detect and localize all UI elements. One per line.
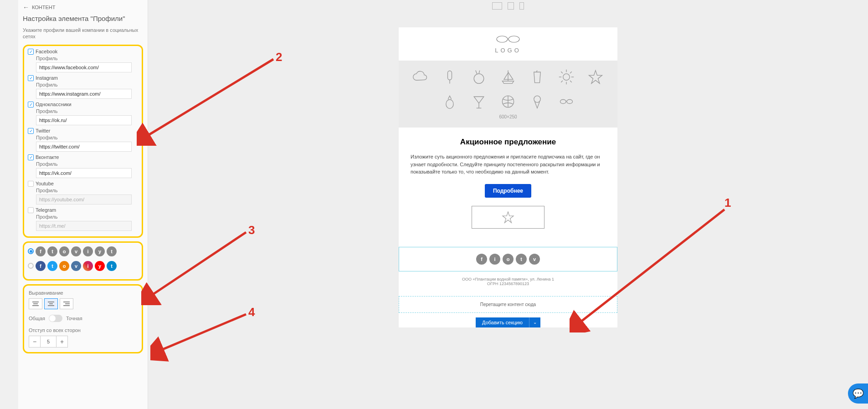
arrow-3-icon [141, 228, 255, 305]
hero-image-block[interactable]: 600×250 [399, 61, 617, 128]
alignment-box: Выравнивание Общая Точная Отступ со всех… [23, 284, 143, 353]
settings-desc: Укажите профили вашей компании в социаль… [23, 27, 143, 40]
device-desktop-icon[interactable] [492, 2, 502, 10]
url-input-facebook[interactable] [36, 62, 132, 72]
spacing-toggle[interactable] [49, 315, 62, 322]
profile-name: Instagram [36, 75, 58, 81]
star-icon [501, 210, 515, 224]
chat-support-icon[interactable]: 💬 [848, 383, 868, 404]
svg-rect-2 [448, 71, 452, 80]
profile-label: Профиль [36, 56, 138, 61]
ok-icon[interactable]: o [503, 254, 514, 265]
svg-line-10 [561, 72, 563, 73]
svg-point-14 [446, 100, 453, 109]
vk-icon[interactable]: v [529, 254, 540, 265]
tg-icon: t [107, 261, 117, 271]
svg-point-17 [560, 100, 566, 104]
checkbox-telegram[interactable] [28, 207, 34, 213]
glass-drink-icon [529, 69, 545, 85]
checkbox-facebook[interactable] [28, 49, 34, 55]
profile-vk: Вконтакте Профиль [28, 154, 138, 178]
arrow-4-icon [150, 310, 255, 364]
url-input-instagram[interactable] [36, 89, 132, 99]
svg-point-18 [567, 100, 573, 104]
yt-icon: y [95, 246, 105, 256]
spacing-minus-button[interactable]: − [29, 336, 41, 348]
profiles-annotation-box: Facebook Профиль Instagram Профиль Однок… [23, 45, 143, 238]
ig-icon: i [83, 246, 93, 256]
icecream-icon [529, 93, 545, 110]
align-right-button[interactable] [60, 298, 73, 309]
profile-name: Одноклассники [36, 102, 72, 107]
profile-name: Facebook [36, 49, 57, 54]
spacing-toggle-row: Общая Точная [29, 315, 137, 322]
beachball-icon [500, 93, 516, 110]
email-body: Изложите суть акционного предложения и п… [411, 153, 606, 176]
ig-icon[interactable]: i [489, 254, 500, 265]
svg-point-0 [497, 36, 508, 42]
cta-button[interactable]: Подробнее [485, 184, 531, 198]
toggle-left-label: Общая [29, 316, 45, 321]
url-input-vk[interactable] [36, 168, 132, 178]
hero-dimensions: 600×250 [407, 114, 609, 119]
svg-point-4 [474, 74, 484, 84]
align-center-button[interactable] [44, 298, 58, 309]
spacing-label: Отступ со всех сторон [29, 327, 137, 333]
cloud-icon [412, 69, 429, 85]
checkbox-youtube[interactable] [28, 181, 34, 187]
starfish-icon [587, 69, 604, 85]
cocktail-icon [471, 93, 487, 110]
radio-style-gray[interactable] [28, 248, 34, 254]
checkbox-vk[interactable] [28, 154, 34, 160]
arrow-1-icon [570, 205, 734, 332]
sun-icon [558, 69, 575, 85]
url-input-telegram[interactable] [36, 221, 132, 231]
radio-style-color[interactable] [28, 263, 34, 269]
profile-label: Профиль [36, 82, 138, 87]
back-label: КОНТЕНТ [32, 5, 56, 10]
profile-youtube: Youtube Профиль [28, 181, 138, 204]
fb-icon: f [36, 261, 46, 271]
placeholder-image-box[interactable] [472, 206, 544, 229]
toggle-right-label: Точная [66, 316, 82, 321]
checkbox-ok[interactable] [28, 102, 34, 107]
url-input-youtube[interactable] [36, 194, 132, 204]
coconut-drink-icon [471, 69, 487, 85]
logo-block[interactable]: LOGO [399, 27, 617, 61]
align-label: Выравнивание [29, 290, 137, 296]
profile-label: Профиль [36, 188, 138, 193]
add-section-button[interactable]: Добавить секцию [476, 317, 529, 327]
align-left-button[interactable] [29, 298, 42, 309]
device-tablet-icon[interactable] [508, 2, 514, 10]
style-color-row: f t o v i y t [28, 261, 138, 271]
fb-icon: f [36, 246, 46, 256]
svg-point-1 [508, 36, 519, 42]
vk-icon: v [71, 246, 81, 256]
svg-line-11 [570, 81, 572, 82]
spacing-value[interactable]: 5 [41, 336, 56, 348]
back-link[interactable]: КОНТЕНТ [23, 4, 143, 11]
align-buttons [29, 298, 137, 309]
svg-line-22 [159, 314, 246, 351]
profile-label: Профиль [36, 214, 138, 220]
vk-icon: v [71, 261, 81, 271]
add-section-dropdown[interactable]: ⌄ [529, 317, 540, 327]
profile-name: Вконтакте [36, 154, 59, 160]
svg-line-13 [570, 72, 572, 73]
svg-line-12 [561, 81, 563, 82]
profile-instagram: Instagram Профиль [28, 75, 138, 99]
device-switcher [492, 2, 524, 10]
fb-icon[interactable]: f [476, 254, 487, 265]
spacing-plus-button[interactable]: + [56, 336, 68, 348]
checkbox-twitter[interactable] [28, 128, 34, 134]
tw-icon[interactable]: t [516, 254, 527, 265]
checkbox-instagram[interactable] [28, 75, 34, 81]
url-input-twitter[interactable] [36, 142, 132, 152]
profile-name: Telegram [36, 207, 56, 213]
profile-name: Twitter [36, 128, 50, 133]
sailboat-icon [500, 69, 516, 85]
tg-icon: t [107, 246, 117, 256]
url-input-ok[interactable] [36, 115, 132, 125]
device-mobile-icon[interactable] [519, 2, 524, 10]
tw-icon: t [47, 246, 57, 256]
